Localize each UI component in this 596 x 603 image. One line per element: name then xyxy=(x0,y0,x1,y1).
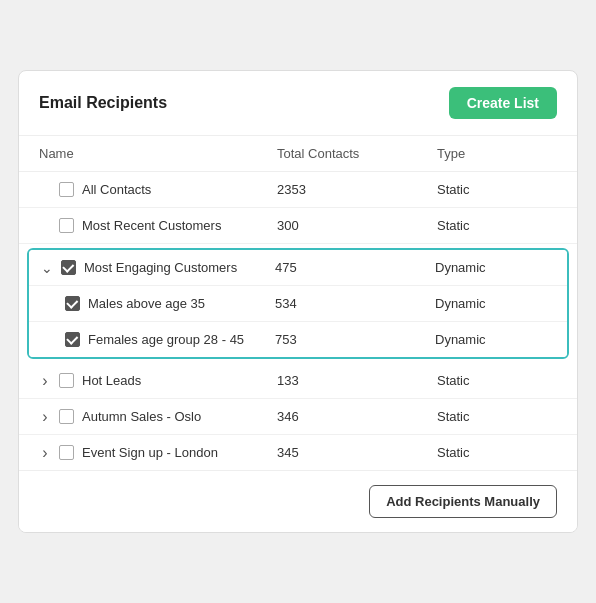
row-type-females: Dynamic xyxy=(435,332,555,347)
selected-group-most-engaging: Most Engaging Customers 475 Dynamic Male… xyxy=(27,248,569,359)
row-name-most-recent-customers: Most Recent Customers xyxy=(39,218,277,233)
expand-icon-hot-leads[interactable] xyxy=(39,375,51,387)
card-header: Email Recipients Create List xyxy=(19,71,577,136)
row-label-most-engaging: Most Engaging Customers xyxy=(84,260,237,275)
row-contacts-autumn-sales: 346 xyxy=(277,409,437,424)
table-body: All Contacts 2353 Static Most Recent Cus… xyxy=(19,172,577,470)
row-name-autumn-sales: Autumn Sales - Oslo xyxy=(39,409,277,424)
sub-row-males: Males above age 35 534 Dynamic xyxy=(29,285,567,321)
checkbox-all-contacts[interactable] xyxy=(59,182,74,197)
expand-icon-autumn-sales[interactable] xyxy=(39,411,51,423)
checkbox-most-recent-customers[interactable] xyxy=(59,218,74,233)
row-label-most-recent-customers: Most Recent Customers xyxy=(82,218,221,233)
add-recipients-button[interactable]: Add Recipients Manually xyxy=(369,485,557,518)
table-row: All Contacts 2353 Static xyxy=(19,172,577,208)
row-name-all-contacts: All Contacts xyxy=(39,182,277,197)
row-type-hot-leads: Static xyxy=(437,373,557,388)
row-label-hot-leads: Hot Leads xyxy=(82,373,141,388)
row-name-event-signup: Event Sign up - London xyxy=(39,445,277,460)
row-type-autumn-sales: Static xyxy=(437,409,557,424)
table-row: Event Sign up - London 345 Static xyxy=(19,435,577,470)
checkbox-autumn-sales[interactable] xyxy=(59,409,74,424)
table-header: Name Total Contacts Type xyxy=(19,136,577,172)
card-title: Email Recipients xyxy=(39,94,167,112)
sub-row-name-males: Males above age 35 xyxy=(41,296,275,311)
expand-icon-most-engaging[interactable] xyxy=(41,262,53,274)
sub-row-females: Females age group 28 - 45 753 Dynamic xyxy=(29,321,567,357)
email-recipients-card: Email Recipients Create List Name Total … xyxy=(18,70,578,533)
row-label-all-contacts: All Contacts xyxy=(82,182,151,197)
row-name-most-engaging: Most Engaging Customers xyxy=(41,260,275,275)
row-name-hot-leads: Hot Leads xyxy=(39,373,277,388)
table-row: Autumn Sales - Oslo 346 Static xyxy=(19,399,577,435)
row-type-event-signup: Static xyxy=(437,445,557,460)
row-label-autumn-sales: Autumn Sales - Oslo xyxy=(82,409,201,424)
row-type-all-contacts: Static xyxy=(437,182,557,197)
expand-icon-event-signup[interactable] xyxy=(39,447,51,459)
checkbox-event-signup[interactable] xyxy=(59,445,74,460)
row-label-males: Males above age 35 xyxy=(88,296,205,311)
row-contacts-hot-leads: 133 xyxy=(277,373,437,388)
group-header-most-engaging: Most Engaging Customers 475 Dynamic xyxy=(29,250,567,285)
header-name: Name xyxy=(39,146,277,161)
table-row: Hot Leads 133 Static xyxy=(19,363,577,399)
checkbox-hot-leads[interactable] xyxy=(59,373,74,388)
row-contacts-most-engaging: 475 xyxy=(275,260,435,275)
checkbox-males[interactable] xyxy=(65,296,80,311)
row-contacts-males: 534 xyxy=(275,296,435,311)
checkbox-females[interactable] xyxy=(65,332,80,347)
row-contacts-event-signup: 345 xyxy=(277,445,437,460)
row-label-females: Females age group 28 - 45 xyxy=(88,332,244,347)
row-type-most-recent-customers: Static xyxy=(437,218,557,233)
checkbox-most-engaging[interactable] xyxy=(61,260,76,275)
row-contacts-all-contacts: 2353 xyxy=(277,182,437,197)
row-type-most-engaging: Dynamic xyxy=(435,260,555,275)
row-type-males: Dynamic xyxy=(435,296,555,311)
table-row: Most Recent Customers 300 Static xyxy=(19,208,577,244)
create-list-button[interactable]: Create List xyxy=(449,87,557,119)
card-footer: Add Recipients Manually xyxy=(19,470,577,532)
row-contacts-most-recent-customers: 300 xyxy=(277,218,437,233)
sub-row-name-females: Females age group 28 - 45 xyxy=(41,332,275,347)
row-label-event-signup: Event Sign up - London xyxy=(82,445,218,460)
row-contacts-females: 753 xyxy=(275,332,435,347)
header-type: Type xyxy=(437,146,557,161)
header-total-contacts: Total Contacts xyxy=(277,146,437,161)
